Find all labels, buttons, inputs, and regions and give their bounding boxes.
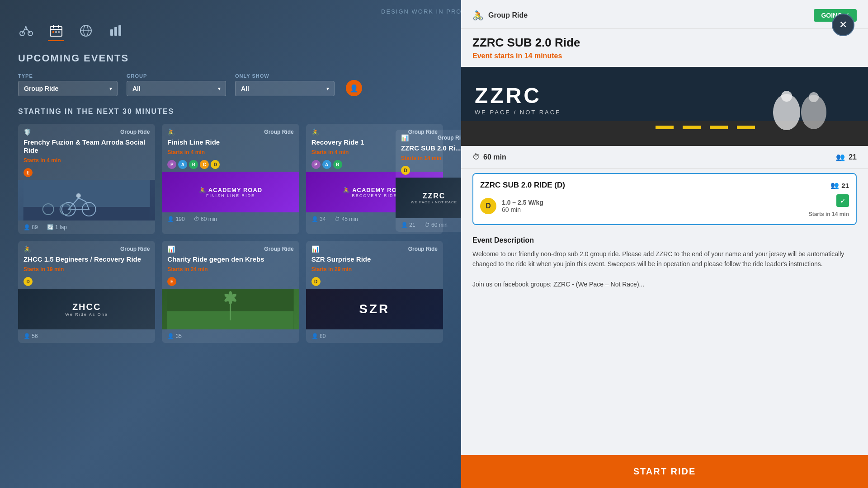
badge-b-2: B — [189, 160, 198, 169]
card-title-6: Charity Ride gegen den Krebs — [162, 255, 299, 265]
card-type-label-7: Group Ride — [408, 246, 438, 252]
sub-event-d-badge: D — [480, 198, 496, 214]
card-image-7: SZR — [306, 289, 443, 329]
badge-p-3: P — [311, 160, 321, 169]
sub-event-header: ZZRC SUB 2.0 RIDE (D) 👥 21 — [480, 181, 849, 190]
badge-c-2: C — [200, 160, 209, 169]
svg-rect-6 — [58, 31, 60, 33]
zhcc-sub: We Ride As One — [65, 312, 108, 317]
nav-chart[interactable] — [108, 23, 124, 39]
card-footer-2: 👤 190 ⏱ 60 min — [162, 212, 299, 226]
group-filter-label: GROUP — [127, 73, 226, 79]
sub-event-count-value: 21 — [841, 182, 849, 189]
card-header-1: 🛡️ Group Ride — [18, 124, 155, 138]
svg-text:WE PACE / NOT RACE: WE PACE / NOT RACE — [475, 109, 561, 116]
detail-panel: 🚴 Group Ride GOING ✓ ZZRC SUB 2.0 Ride E… — [461, 0, 868, 488]
type-filter-label: TYPE — [18, 73, 118, 79]
close-button[interactable]: ✕ — [832, 14, 854, 36]
sub-event-count: 👥 21 — [830, 181, 849, 189]
panel-event-subtitle: Event starts in 14 minutes — [461, 52, 868, 67]
sub-event-body: D 1.0 – 2.5 W/kg 60 min ✓ Starts in 14 m… — [480, 194, 849, 217]
card-type-label-6: Group Ride — [264, 246, 293, 252]
svg-point-17 — [76, 193, 81, 198]
academy-text-2: 🚴 ACADEMY ROAD — [199, 187, 263, 193]
sub-event-starts: Starts in 14 min — [809, 211, 849, 217]
zzrc-card-text: ZZRC — [423, 192, 446, 200]
card-participants-2: 👤 190 — [167, 216, 184, 222]
card-participants-7: 👤 80 — [311, 333, 326, 339]
people-icon: 👥 — [836, 153, 845, 161]
svg-rect-31 — [737, 126, 755, 129]
card-starts-5: Starts in 19 min — [18, 265, 155, 275]
badge-a-2: A — [178, 160, 187, 169]
clock-icon: ⏱ — [472, 153, 480, 161]
card-type-icon-7: 📊 — [311, 245, 319, 253]
badge-d-5: D — [24, 277, 33, 286]
sub-event-card[interactable]: ZZRC SUB 2.0 RIDE (D) 👥 21 D 1.0 – 2.5 W… — [472, 173, 857, 225]
user-avatar[interactable]: 👤 — [346, 80, 362, 96]
card-badges-1: E — [18, 166, 155, 180]
badge-e-6: E — [167, 277, 176, 286]
only-show-filter-label: ONLY SHOW — [235, 73, 335, 79]
badge-d-4: D — [401, 166, 410, 175]
card-footer-1: 👤 89 🔄 1 lap — [18, 221, 155, 234]
filters-bar: TYPE Group Ride Race Workout GROUP All O… — [18, 73, 443, 96]
szr-text: SZR — [359, 302, 390, 316]
card-type-label-1: Group Ride — [120, 129, 150, 135]
badge-e-1: E — [24, 168, 33, 177]
events-grid-row2: 🚴 Group Ride ZHCC 1.5 Begineers / Recove… — [18, 241, 443, 343]
panel-ride-icon: 🚴 — [472, 10, 484, 21]
event-desc-text: Welcome to our friendly non-drop sub 2.0… — [472, 249, 857, 290]
panel-event-title: ZZRC SUB 2.0 Ride — [461, 29, 868, 52]
card-participants-5: 👤 56 — [24, 333, 38, 339]
card-title-5: ZHCC 1.5 Begineers / Recovery Ride — [18, 255, 155, 265]
event-card-5[interactable]: 🚴 Group Ride ZHCC 1.5 Begineers / Recove… — [18, 241, 155, 343]
card-participants-3: 👤 34 — [311, 216, 326, 222]
badge-d-7: D — [311, 277, 321, 286]
event-description: Event Description Welcome to our friendl… — [461, 230, 868, 455]
type-filter-group: TYPE Group Ride Race Workout — [18, 73, 118, 96]
card-badges-7: D — [306, 275, 443, 289]
card-type-icon-6: 📊 — [167, 245, 175, 253]
event-card-7[interactable]: 📊 Group Ride SZR Surprise Ride Starts in… — [306, 241, 443, 343]
svg-rect-9 — [110, 29, 113, 36]
card-time-4: ⏱ 60 min — [425, 222, 448, 228]
badge-p-2: P — [167, 160, 176, 169]
nav-calendar[interactable] — [48, 23, 64, 39]
svg-rect-30 — [710, 126, 728, 129]
sub-event-duration: 60 min — [502, 206, 803, 213]
card-time-3: ⏱ 45 min — [335, 216, 358, 222]
academy-sub-2: FINISH LINE RIDE — [206, 193, 255, 198]
group-filter-group: GROUP All — [127, 73, 226, 96]
card-participants-1: 👤 89 — [24, 224, 38, 230]
card-image-6 — [162, 289, 299, 329]
panel-duration-stat: ⏱ 60 min — [472, 153, 506, 161]
svg-point-35 — [809, 92, 819, 102]
card-header-6: 📊 Group Ride — [162, 241, 299, 255]
sub-event-people-icon: 👥 — [830, 181, 839, 189]
group-filter-select[interactable]: All — [127, 81, 226, 96]
card-time-2: ⏱ 60 min — [194, 216, 217, 222]
card-footer-7: 👤 80 — [306, 329, 443, 343]
event-card-2[interactable]: 🚴 Group Ride Finish Line Ride Starts in … — [162, 124, 299, 234]
type-filter-select[interactable]: Group Ride Race Workout — [18, 81, 118, 96]
event-desc-title: Event Description — [472, 236, 857, 244]
nav-bike[interactable] — [18, 23, 34, 39]
panel-image: ZZRC WE PACE / NOT RACE — [461, 67, 868, 146]
event-card-6[interactable]: 📊 Group Ride Charity Ride gegen den Kreb… — [162, 241, 299, 343]
panel-duration-value: 60 min — [483, 153, 506, 161]
card-title-7: SZR Surprise Ride — [306, 255, 443, 265]
svg-text:ZZRC: ZZRC — [475, 84, 542, 108]
card-header-5: 🚴 Group Ride — [18, 241, 155, 255]
start-ride-button[interactable]: START RIDE — [461, 455, 868, 488]
card-title-1: Frenchy Fuzion & Team Arroda Social Ride — [18, 138, 155, 156]
card-starts-7: Starts in 29 min — [306, 265, 443, 275]
only-show-filter-wrapper: All — [235, 81, 335, 96]
card-participants-4: 👤 21 — [401, 222, 415, 228]
only-show-filter-select[interactable]: All — [235, 81, 335, 96]
main-content: UPCOMING EVENTS TYPE Group Ride Race Wor… — [0, 0, 461, 488]
nav-globe[interactable] — [78, 23, 94, 39]
card-header-2: 🚴 Group Ride — [162, 124, 299, 138]
card-badges-2: P A B C D — [162, 158, 299, 172]
event-card-1[interactable]: 🛡️ Group Ride Frenchy Fuzion & Team Arro… — [18, 124, 155, 234]
